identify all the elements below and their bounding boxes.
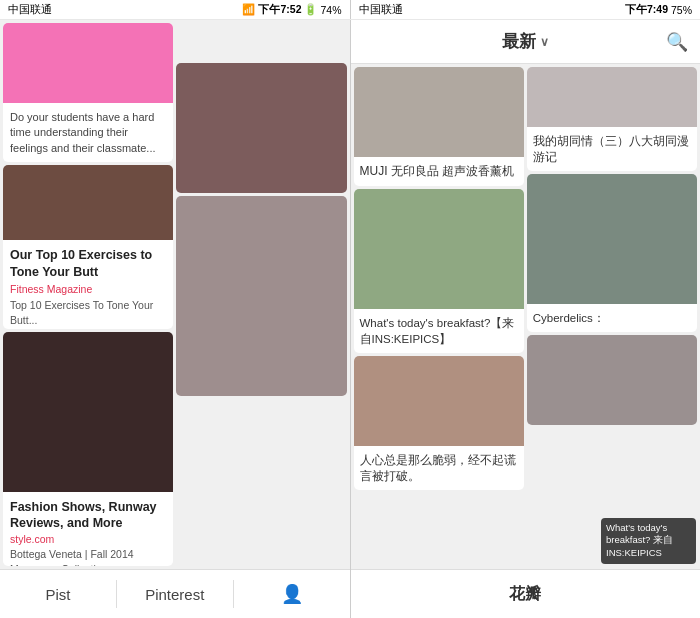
right-time: 下午7:49 xyxy=(625,3,668,17)
left-battery: 74% xyxy=(320,4,341,16)
right-pin-card[interactable]: MUJI 无印良品 超声波香薰机 xyxy=(354,67,524,186)
pin-title: Cyberdelics： xyxy=(533,310,691,326)
pin-avatar xyxy=(10,162,32,163)
pin-desc: Do your students have a hard time unders… xyxy=(10,110,166,156)
pin-content: 人心总是那么脆弱，经不起谎言被打破。 xyxy=(354,446,524,490)
pin-image xyxy=(3,332,173,492)
right-phone: 最新 ∨ 🔍 MUJI 无印良品 超声波香薰机 xyxy=(351,20,701,618)
pin-source: Fitness Magazine xyxy=(10,283,166,295)
pin-content: 我的胡同情（三）八大胡同漫游记 xyxy=(527,127,697,171)
pin-user: Jasmine Xu Ye IB PYP xyxy=(10,161,166,162)
left-col2 xyxy=(176,63,346,566)
pin-image xyxy=(354,189,524,309)
nav-pist[interactable]: Pist xyxy=(0,586,116,603)
pin-user-info: Jasmine Xu Ye IB PYP xyxy=(37,161,110,162)
right-battery: 75% xyxy=(671,4,692,16)
right-pin-card[interactable]: What's today's breakfast?【来自INS:KEIPICS】 xyxy=(354,189,524,353)
pin-content: Do your students have a hard time unders… xyxy=(3,103,173,162)
right-carrier: 中国联通 xyxy=(359,3,403,17)
pin-content: Cyberdelics： xyxy=(527,304,697,332)
left-time: 下午7:52 xyxy=(258,3,301,17)
right-header-title-area[interactable]: 最新 ∨ xyxy=(502,30,549,53)
pin-content: Fashion Shows, Runway Reviews, and More … xyxy=(3,492,173,566)
nav-pinterest[interactable]: Pinterest xyxy=(117,586,233,603)
profile-icon: 👤 xyxy=(281,583,303,605)
overlay-tooltip: What's today's breakfast? 来自INS:KEIPICS xyxy=(601,518,696,564)
right-app-bar: 最新 ∨ 🔍 xyxy=(351,20,701,64)
left-status-bar: 中国联通 📶 下午7:52 🔋 74% xyxy=(0,0,351,19)
right-feed[interactable]: MUJI 无印良品 超声波香薰机 What's today's breakfas… xyxy=(351,64,701,569)
battery-icon: 🔋 xyxy=(304,3,317,16)
pin-image xyxy=(3,165,173,240)
right-col1: MUJI 无印良品 超声波香薰机 What's today's breakfas… xyxy=(354,67,524,566)
left-carrier: 中国联通 xyxy=(8,3,52,17)
pin-title: 我的胡同情（三）八大胡同漫游记 xyxy=(533,133,691,165)
left-bottom-nav: Pist Pinterest 👤 xyxy=(0,569,350,618)
pin-card[interactable]: Our Top 10 Exercises to Tone Your Butt F… xyxy=(3,165,173,328)
nav-huaban[interactable]: 花瓣 xyxy=(509,584,541,605)
pin-title: Fashion Shows, Runway Reviews, and More xyxy=(10,499,166,532)
right-col2: 我的胡同情（三）八大胡同漫游记 Cyberdelics： xyxy=(527,67,697,566)
pin-title: MUJI 无印良品 超声波香薰机 xyxy=(360,163,518,180)
search-icon[interactable]: 🔍 xyxy=(666,31,688,53)
left-col1: Do your students have a hard time unders… xyxy=(3,23,173,566)
pin-title: What's today's breakfast?【来自INS:KEIPICS】 xyxy=(360,315,518,347)
right-header-title: 最新 xyxy=(502,30,536,53)
right-bottom-nav: 花瓣 xyxy=(351,569,701,618)
pin-image xyxy=(354,356,524,446)
pin-username: Jasmine Xu Ye xyxy=(37,161,110,162)
pin-image xyxy=(527,174,697,304)
left-phone: Do your students have a hard time unders… xyxy=(0,20,351,618)
pin-image xyxy=(3,23,173,103)
right-pin-card[interactable] xyxy=(527,335,697,425)
right-status-bar: 中国联通 下午7:49 75% xyxy=(351,0,701,19)
pin-color-block xyxy=(176,196,346,396)
pin-image xyxy=(527,67,697,127)
pin-content: What's today's breakfast?【来自INS:KEIPICS】 xyxy=(354,309,524,353)
wifi-icon: 📶 xyxy=(242,3,255,16)
pin-source: style.com xyxy=(10,533,166,545)
pin-content: MUJI 无印良品 超声波香薰机 xyxy=(354,157,524,186)
pin-desc: Bottega Veneta | Fall 2014 Menswear Coll… xyxy=(10,547,166,566)
nav-profile[interactable]: 👤 xyxy=(234,583,350,605)
pin-card[interactable]: Fashion Shows, Runway Reviews, and More … xyxy=(3,332,173,566)
right-pin-card[interactable]: 我的胡同情（三）八大胡同漫游记 xyxy=(527,67,697,171)
right-pin-card[interactable]: 人心总是那么脆弱，经不起谎言被打破。 xyxy=(354,356,524,490)
pin-card[interactable]: Do your students have a hard time unders… xyxy=(3,23,173,162)
pin-title: 人心总是那么脆弱，经不起谎言被打破。 xyxy=(360,452,518,484)
right-pin-card[interactable]: Cyberdelics： xyxy=(527,174,697,332)
pin-color-block xyxy=(176,63,346,193)
pin-content: Our Top 10 Exercises to Tone Your Butt F… xyxy=(3,240,173,328)
pin-title: Our Top 10 Exercises to Tone Your Butt xyxy=(10,247,166,280)
chevron-down-icon: ∨ xyxy=(540,35,549,49)
pin-image xyxy=(354,67,524,157)
pin-desc: Top 10 Exercises To Tone Your Butt... xyxy=(10,298,166,327)
left-feed[interactable]: Do your students have a hard time unders… xyxy=(0,20,350,569)
pin-image xyxy=(527,335,697,425)
